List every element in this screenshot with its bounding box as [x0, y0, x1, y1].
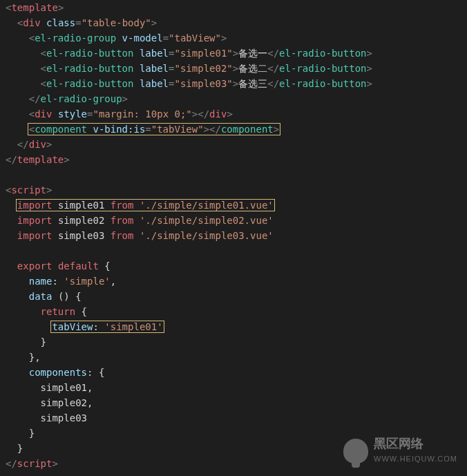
kw-from: from [111, 200, 134, 211]
prop-name: name [29, 276, 53, 287]
prop-data: data [29, 291, 53, 302]
text-option2: 备选二 [238, 63, 267, 74]
attr-label: label [140, 48, 169, 59]
tag-component: component [35, 124, 87, 135]
prop-tabview: tabView [52, 321, 93, 332]
tag-script: script [11, 184, 46, 196]
text-option1: 备选一 [238, 48, 267, 59]
prop-components: components [29, 367, 87, 378]
highlight-component-line: <component v-bind:is="tabView"></compone… [28, 123, 280, 135]
code-block: <template> <div class="table-body"> <el-… [0, 0, 467, 471]
tag-div: div [23, 17, 40, 28]
tag-el-radio-group: el-radio-group [35, 32, 116, 44]
text-option3: 备选三 [238, 78, 267, 89]
highlight-import-line: import simple01 from './simple/simple01.… [16, 199, 275, 211]
attr-vbind-is: v-bind:is [93, 124, 145, 135]
attr-style: style [58, 108, 87, 120]
highlight-tabview-line: tabView: 'simple01' [50, 321, 164, 333]
kw-default: default [58, 260, 99, 272]
attr-v-model: v-model [122, 32, 163, 44]
kw-export: export [17, 260, 53, 272]
tag-el-radio-button: el-radio-button [46, 48, 133, 59]
attr-class: class [46, 17, 75, 28]
kw-import: import [17, 200, 53, 211]
tag-template: template [11, 2, 57, 13]
kw-return: return [41, 306, 76, 317]
